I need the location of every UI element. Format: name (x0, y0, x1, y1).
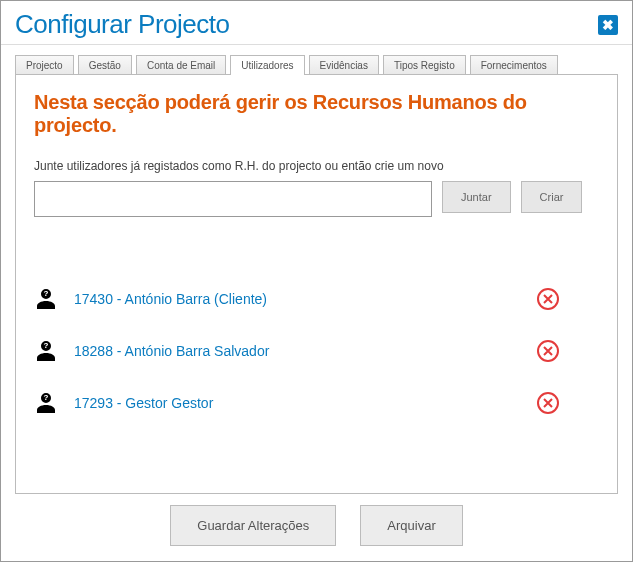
user-name: 18288 - António Barra Salvador (74, 343, 521, 359)
remove-user-button[interactable] (537, 392, 559, 414)
configure-project-modal: Configurar Projecto ✖ Projecto Gestão Co… (0, 0, 633, 562)
user-name: 17293 - Gestor Gestor (74, 395, 521, 411)
helper-text: Junte utilizadores já registados como R.… (34, 159, 599, 173)
remove-icon (543, 398, 553, 408)
list-item: ? 17293 - Gestor Gestor (34, 377, 599, 429)
tab-evidencias[interactable]: Evidências (309, 55, 379, 75)
remove-user-button[interactable] (537, 340, 559, 362)
tab-gestao[interactable]: Gestão (78, 55, 132, 75)
join-button[interactable]: Juntar (442, 181, 511, 213)
tab-projecto[interactable]: Projecto (15, 55, 74, 75)
close-icon: ✖ (602, 17, 614, 33)
user-search-input[interactable] (34, 181, 432, 217)
add-user-row: Juntar Criar (34, 181, 599, 217)
tab-bar: Projecto Gestão Conta de Email Utilizado… (1, 45, 632, 75)
remove-icon (543, 294, 553, 304)
section-title: Nesta secção poderá gerir os Recursos Hu… (34, 91, 599, 137)
remove-user-button[interactable] (537, 288, 559, 310)
user-name: 17430 - António Barra (Cliente) (74, 291, 521, 307)
person-icon: ? (34, 339, 58, 363)
remove-icon (543, 346, 553, 356)
svg-text:?: ? (44, 289, 49, 298)
user-list: ? 17430 - António Barra (Cliente) ? 1828… (34, 273, 599, 429)
tab-panel-utilizadores: Nesta secção poderá gerir os Recursos Hu… (15, 74, 618, 494)
person-icon: ? (34, 391, 58, 415)
list-item: ? 17430 - António Barra (Cliente) (34, 273, 599, 325)
svg-text:?: ? (44, 393, 49, 402)
close-button[interactable]: ✖ (598, 15, 618, 35)
tab-tipos-registo[interactable]: Tipos Registo (383, 55, 466, 75)
modal-title: Configurar Projecto (15, 9, 230, 40)
person-icon: ? (34, 287, 58, 311)
create-button[interactable]: Criar (521, 181, 583, 213)
tab-fornecimentos[interactable]: Fornecimentos (470, 55, 558, 75)
archive-button[interactable]: Arquivar (360, 505, 462, 546)
modal-header: Configurar Projecto ✖ (1, 1, 632, 45)
tab-utilizadores[interactable]: Utilizadores (230, 55, 304, 75)
svg-text:?: ? (44, 341, 49, 350)
save-button[interactable]: Guardar Alterações (170, 505, 336, 546)
modal-footer: Guardar Alterações Arquivar (1, 503, 632, 556)
tab-conta-email[interactable]: Conta de Email (136, 55, 226, 75)
list-item: ? 18288 - António Barra Salvador (34, 325, 599, 377)
